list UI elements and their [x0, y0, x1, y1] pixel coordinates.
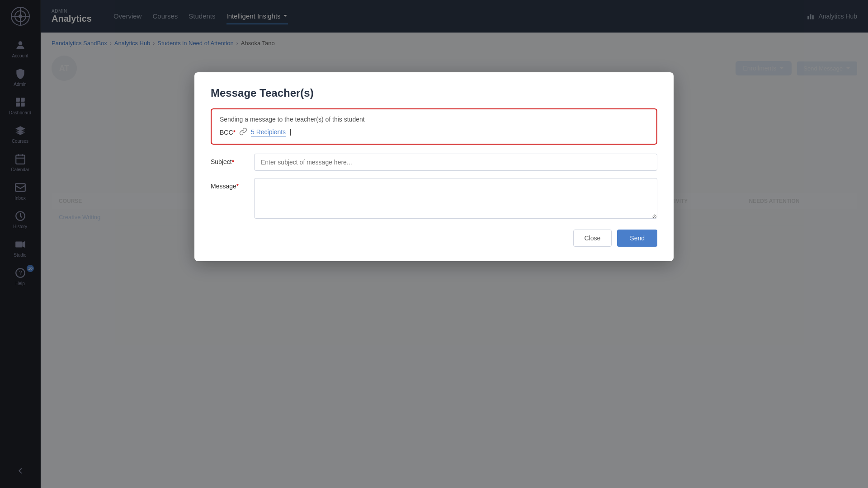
message-teacher-modal: Message Teacher(s) Sending a message to … — [194, 72, 674, 261]
subject-required: * — [232, 158, 234, 165]
bcc-link-icon — [239, 127, 247, 137]
subject-row: Subject* — [211, 154, 657, 171]
bcc-info-text: Sending a message to the teacher(s) of t… — [220, 116, 648, 123]
recipients-count-label: 5 Recipients — [251, 128, 286, 136]
message-row: Message* ⊿ — [211, 178, 657, 221]
message-required: * — [236, 183, 239, 190]
send-button[interactable]: Send — [617, 230, 657, 247]
subject-label: Subject* — [211, 154, 247, 165]
modal-overlay: Message Teacher(s) Sending a message to … — [0, 0, 868, 488]
modal-title: Message Teacher(s) — [211, 87, 657, 99]
message-textarea-wrapper: ⊿ — [254, 178, 657, 221]
bcc-row: BCC* 5 Recipients — [220, 127, 648, 137]
modal-actions: Close Send — [211, 230, 657, 247]
bcc-section: Sending a message to the teacher(s) of t… — [211, 108, 657, 145]
resize-icon: ⊿ — [651, 212, 656, 219]
bcc-label: BCC* — [220, 129, 236, 136]
bcc-recipients[interactable]: 5 Recipients — [251, 128, 286, 136]
bcc-required: * — [233, 129, 236, 136]
message-textarea[interactable] — [254, 178, 657, 219]
message-label: Message* — [211, 178, 247, 190]
close-button[interactable]: Close — [573, 230, 612, 247]
subject-input[interactable] — [254, 154, 657, 171]
text-cursor — [290, 129, 291, 136]
